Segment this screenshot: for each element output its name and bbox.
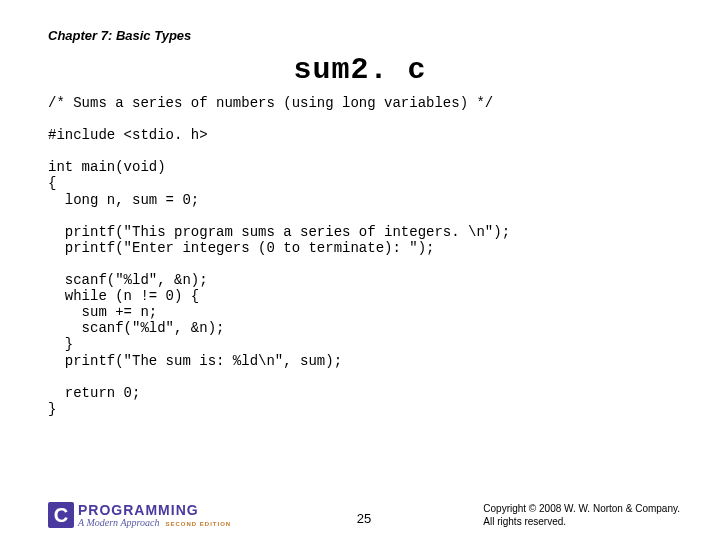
chapter-header: Chapter 7: Basic Types: [48, 28, 672, 43]
logo-subtitle: A Modern Approach: [78, 518, 159, 528]
copyright: Copyright © 2008 W. W. Norton & Company.…: [483, 502, 680, 528]
logo-subline: A Modern Approach SECOND EDITION: [78, 518, 231, 528]
footer: C PROGRAMMING A Modern Approach SECOND E…: [48, 502, 680, 528]
copyright-line2: All rights reserved.: [483, 515, 680, 528]
logo-edition: SECOND EDITION: [165, 521, 231, 527]
copyright-line1: Copyright © 2008 W. W. Norton & Company.: [483, 502, 680, 515]
book-logo: C PROGRAMMING A Modern Approach SECOND E…: [48, 502, 231, 528]
logo-text: PROGRAMMING A Modern Approach SECOND EDI…: [78, 503, 231, 528]
logo-word: PROGRAMMING: [78, 503, 231, 517]
code-listing: /* Sums a series of numbers (using long …: [48, 95, 672, 417]
page-number: 25: [357, 511, 371, 526]
slide-title: sum2. c: [48, 53, 672, 87]
logo-c-icon: C: [48, 502, 74, 528]
